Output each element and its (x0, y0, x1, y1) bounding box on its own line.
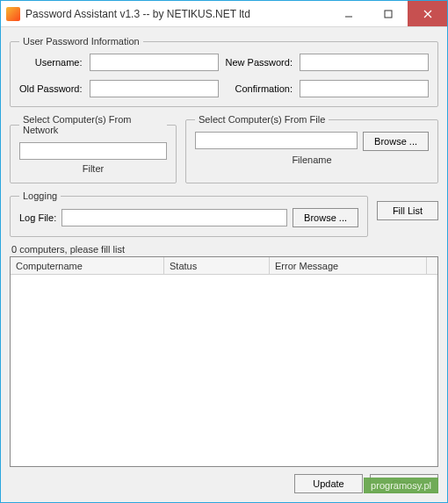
user-password-group: User Password Information Username: New … (10, 36, 438, 107)
browse-file-button[interactable]: Browse ... (363, 132, 429, 151)
network-legend: Select Computer(s) From Network (19, 114, 167, 135)
maximize-icon (384, 10, 393, 18)
username-input[interactable] (90, 54, 219, 71)
logging-group: Logging Log File: Browse ... (10, 190, 368, 237)
close-window-button[interactable] (408, 1, 447, 26)
old-password-input[interactable] (90, 80, 219, 97)
username-label: Username: (19, 57, 83, 68)
fill-list-button[interactable]: Fill List (377, 201, 438, 220)
minimize-button[interactable] (329, 1, 368, 26)
filter-caption: Filter (83, 163, 104, 174)
update-button[interactable]: Update (294, 474, 363, 493)
col-status[interactable]: Status (164, 257, 270, 274)
listview-header: Computername Status Error Message (11, 257, 437, 275)
close-icon (423, 10, 432, 18)
col-error[interactable]: Error Message (270, 257, 427, 274)
logfile-input[interactable] (61, 209, 287, 226)
file-legend: Select Computer(s) From File (195, 114, 329, 125)
window-buttons (329, 1, 447, 26)
client-area: User Password Information Username: New … (1, 27, 447, 502)
col-computername[interactable]: Computername (11, 257, 164, 274)
col-spacer (427, 257, 437, 274)
status-line: 0 computers, please fill list (11, 244, 438, 255)
filename-input[interactable] (195, 132, 358, 149)
minimize-icon (344, 10, 353, 18)
titlebar: Password Assistant v1.3 -- by NETIKUS.NE… (1, 1, 447, 27)
old-password-label: Old Password: (19, 83, 83, 94)
confirmation-label: Confirmation: (226, 83, 293, 94)
new-password-label: New Password: (226, 57, 293, 68)
maximize-button[interactable] (368, 1, 408, 26)
confirmation-input[interactable] (300, 80, 429, 97)
network-group: Select Computer(s) From Network Filter (10, 114, 177, 183)
new-password-input[interactable] (300, 54, 429, 71)
logfile-label: Log File: (19, 212, 56, 223)
app-icon (6, 7, 20, 21)
bottom-button-row: Update Close programosy.pl (10, 474, 438, 493)
listview-body[interactable] (11, 275, 437, 466)
window-title: Password Assistant v1.3 -- by NETIKUS.NE… (25, 8, 329, 20)
file-group: Select Computer(s) From File Browse ... … (185, 114, 438, 183)
browse-log-button[interactable]: Browse ... (293, 208, 358, 227)
filename-caption: Filename (292, 154, 331, 165)
network-filter-input[interactable] (19, 142, 167, 160)
computer-listview[interactable]: Computername Status Error Message (10, 256, 438, 467)
logging-legend: Logging (19, 190, 61, 201)
user-password-legend: User Password Information (19, 36, 143, 47)
svg-rect-1 (385, 11, 392, 18)
watermark: programosy.pl (364, 478, 438, 493)
